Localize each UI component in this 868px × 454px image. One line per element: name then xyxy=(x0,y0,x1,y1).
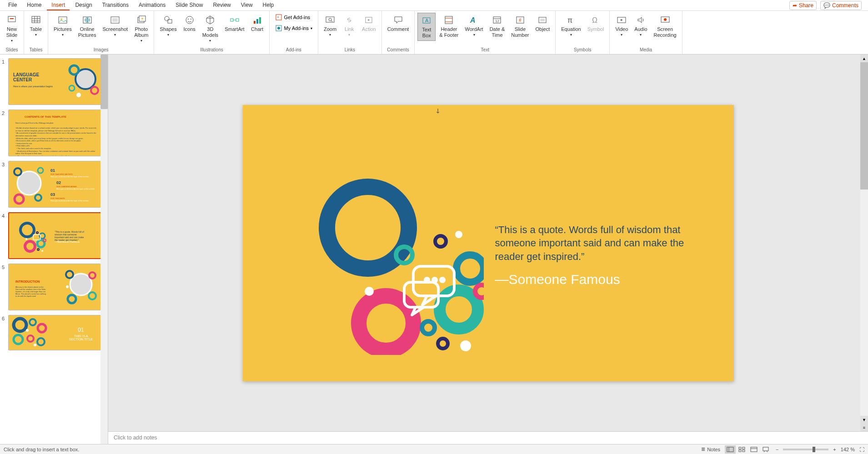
menu-design[interactable]: Design xyxy=(70,0,96,10)
reading-view-button[interactable] xyxy=(748,445,759,454)
svg-point-18 xyxy=(186,16,193,24)
menu-view[interactable]: View xyxy=(236,0,257,10)
chevron-down-icon: ▾ xyxy=(621,33,622,37)
slide-thumb-row: 3 01OUR TEACHING METHODHere you could de… xyxy=(0,160,108,211)
slide-thumbnail-6[interactable]: 01 THIS IS ASECTION TITLE xyxy=(8,315,104,350)
online-pictures-button[interactable]: OnlinePictures xyxy=(75,13,99,40)
slide-thumb-row: 1LANGUAGECENTER Here is where your prese… xyxy=(0,57,108,109)
menu-file[interactable]: File xyxy=(4,0,21,10)
slide-thumbnail-1[interactable]: LANGUAGECENTER Here is where your presen… xyxy=(8,58,104,105)
scroll-down-icon[interactable]: ▼ xyxy=(860,416,868,424)
icons-button[interactable]: Icons xyxy=(181,13,199,34)
svg-rect-1 xyxy=(10,18,14,19)
text-box-button[interactable]: ATextBox xyxy=(417,13,436,41)
equation-button[interactable]: πEquation▾ xyxy=(558,13,583,39)
slide-thumbnail-5[interactable]: INTRODUCTION Mercury is the closest plan… xyxy=(8,264,104,310)
3d-models-button[interactable]: 3DModels▾ xyxy=(200,13,221,45)
scroll-split-icon[interactable]: ≡ xyxy=(860,424,868,431)
share-label: Share xyxy=(799,2,813,9)
menu-slideshow[interactable]: Slide Show xyxy=(171,0,207,10)
status-bar: Click and drag to insert a text box. ≣No… xyxy=(0,444,868,454)
shapes-button[interactable]: Shapes▾ xyxy=(157,13,179,39)
get-addins-button[interactable]: +Get Add-ins xyxy=(272,13,315,22)
comments-button[interactable]: 💬Comments xyxy=(820,1,862,10)
table-button[interactable]: Table▾ xyxy=(27,13,45,39)
ribbon-group-label: Media xyxy=(612,46,680,54)
screenshot-button[interactable]: Screenshot▾ xyxy=(100,13,131,39)
svg-point-16 xyxy=(165,16,169,21)
notes-pane[interactable]: Click to add notes xyxy=(108,431,868,444)
photo-album-icon xyxy=(136,15,147,25)
header-footer-button[interactable]: Header& Footer xyxy=(437,13,461,40)
slide-thumb-row: 6 01 THIS IS ASECTION TITLE xyxy=(0,314,108,354)
photo-album-button[interactable]: PhotoAlbum▾ xyxy=(131,13,151,45)
notes-toggle[interactable]: ≣Notes xyxy=(701,446,720,452)
text-box-cursor-hint xyxy=(436,109,440,115)
text-box-label: TextBox xyxy=(422,27,431,39)
slide-panel-scrollbar[interactable] xyxy=(100,55,108,444)
comment-button[interactable]: Comment xyxy=(385,13,412,34)
slide-thumbnail-2[interactable]: CONTENTS OF THIS TEMPLATE Here's what yo… xyxy=(8,110,104,156)
quote-text-block[interactable]: “This is a quote. Words full of wisdom t… xyxy=(495,223,686,287)
smartart-button[interactable]: SmartArt xyxy=(222,13,247,34)
svg-point-76 xyxy=(68,295,76,303)
scroll-up-icon[interactable]: ▲ xyxy=(860,55,868,62)
screen-recording-button[interactable]: ScreenRecording xyxy=(651,13,679,40)
ribbon-group-label: Links xyxy=(320,46,380,54)
editor-scrollbar-vertical[interactable]: ▲ ▼ ≡ xyxy=(860,55,868,431)
slide-thumbnail-4[interactable]: "This is a quote. Words full of wisdom t… xyxy=(8,212,104,259)
slideshow-view-icon xyxy=(762,447,769,452)
fit-window-button[interactable]: ⛶ xyxy=(859,447,864,452)
my-addins-label: My Add-ins xyxy=(284,25,309,31)
zoom-level[interactable]: 142 % xyxy=(841,447,855,452)
zoom-in-button[interactable]: + xyxy=(833,447,836,452)
screenshot-label: Screenshot xyxy=(103,26,128,32)
zoom-slider-thumb[interactable] xyxy=(813,447,815,452)
status-message: Click and drag to insert a text box. xyxy=(4,447,79,452)
slide-thumb-row: 2CONTENTS OF THIS TEMPLATE Here's what y… xyxy=(0,109,108,160)
menu-home[interactable]: Home xyxy=(22,0,46,10)
scrollbar-thumb[interactable] xyxy=(100,55,108,109)
slide-thumbnail-3[interactable]: 01OUR TEACHING METHODHere you could desc… xyxy=(8,161,104,208)
pictures-button[interactable]: Pictures▾ xyxy=(51,13,75,39)
zoom-button[interactable]: Zoom▾ xyxy=(321,13,339,39)
sorter-view-button[interactable] xyxy=(737,445,748,454)
ribbon-group-label: Add-ins xyxy=(271,46,316,54)
menu-transitions[interactable]: Transitions xyxy=(98,0,133,10)
date-time-button[interactable]: 12Date &Time xyxy=(487,13,508,40)
menu-animations[interactable]: Animations xyxy=(134,0,170,10)
object-button[interactable]: Object xyxy=(532,13,552,34)
chart-button[interactable]: Chart xyxy=(248,13,266,34)
ribbon-group-slides: NewSlide▾Slides xyxy=(0,11,24,54)
reading-view-icon xyxy=(750,447,758,452)
slide-number-button[interactable]: #SlideNumber xyxy=(508,13,532,40)
svg-point-85 xyxy=(26,329,29,332)
menu-review[interactable]: Review xyxy=(208,0,235,10)
zoom-out-button[interactable]: − xyxy=(776,447,778,452)
share-button[interactable]: ➦Share xyxy=(789,1,817,10)
slide-panel[interactable]: 1LANGUAGECENTER Here is where your prese… xyxy=(0,55,108,444)
slideshow-view-button[interactable] xyxy=(760,445,771,454)
menu-insert[interactable]: Insert xyxy=(47,0,70,10)
new-slide-button[interactable]: NewSlide▾ xyxy=(3,13,21,45)
scrollbar-thumb[interactable] xyxy=(860,62,868,190)
menu-help[interactable]: Help xyxy=(258,0,279,10)
object-label: Object xyxy=(535,26,550,32)
normal-view-button[interactable] xyxy=(725,445,736,454)
slide-canvas[interactable]: “This is a quote. Words full of wisdom t… xyxy=(243,105,734,381)
svg-point-93 xyxy=(475,285,484,298)
my-addins-button[interactable]: My Add-ins▾ xyxy=(272,24,315,33)
wordart-button[interactable]: AWordArt▾ xyxy=(462,13,486,39)
date-time-icon: 12 xyxy=(492,15,502,25)
pictures-label: Pictures xyxy=(54,26,72,32)
video-button[interactable]: Video▾ xyxy=(612,13,631,39)
ribbon-group-comments: CommentComments xyxy=(382,11,415,54)
ribbon-group-text: ATextBoxHeader& FooterAWordArt▾12Date &T… xyxy=(415,11,556,54)
svg-point-103 xyxy=(441,278,444,282)
svg-point-86 xyxy=(34,344,36,346)
audio-button[interactable]: Audio▾ xyxy=(632,13,650,39)
ribbon-group-tables: Table▾Tables xyxy=(24,11,48,54)
svg-text:12: 12 xyxy=(495,19,499,23)
link-button: Link▾ xyxy=(340,13,358,39)
zoom-slider[interactable] xyxy=(783,449,828,450)
